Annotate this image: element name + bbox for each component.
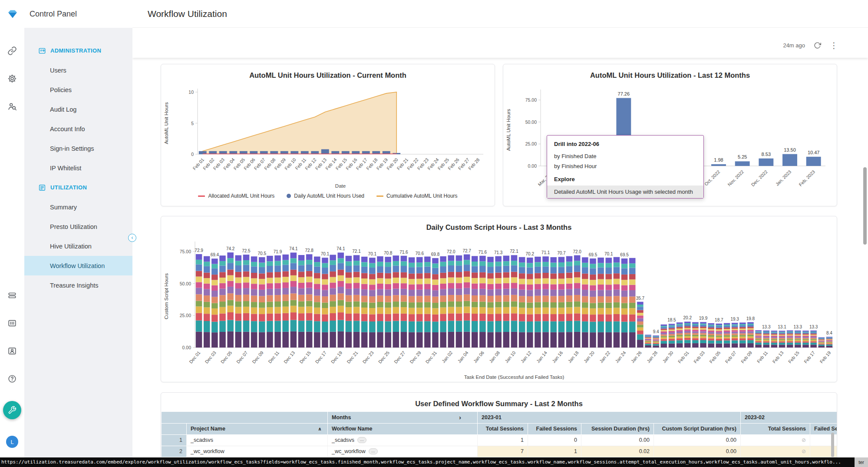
stacked-bar-segment[interactable] (337, 300, 344, 306)
stacked-bar-segment[interactable] (487, 314, 494, 321)
stacked-bar-segment[interactable] (377, 302, 383, 308)
stacked-bar-segment[interactable] (747, 335, 754, 337)
stacked-bar-segment[interactable] (346, 301, 352, 307)
stacked-bar-segment[interactable] (700, 333, 706, 335)
stacked-bar-segment[interactable] (330, 307, 336, 313)
stacked-bar-segment[interactable] (629, 308, 636, 314)
stacked-bar-segment[interactable] (306, 282, 313, 288)
stacked-bar-segment[interactable] (716, 344, 723, 348)
stacked-bar-segment[interactable] (661, 328, 667, 330)
stacked-bar-segment[interactable] (274, 307, 281, 314)
stacked-bar-segment[interactable] (361, 308, 368, 314)
stacked-bar-segment[interactable] (377, 332, 383, 348)
stacked-bar-segment[interactable] (700, 335, 706, 337)
stacked-bar-segment[interactable] (606, 303, 612, 308)
stacked-bar-segment[interactable] (558, 267, 565, 273)
stacked-bar-segment[interactable] (653, 340, 659, 341)
stacked-bar-segment[interactable] (267, 321, 273, 332)
stacked-bar-segment[interactable] (416, 273, 423, 278)
stacked-bar-segment[interactable] (661, 331, 667, 333)
stacked-bar-segment[interactable] (637, 340, 644, 348)
stacked-bar-segment[interactable] (511, 295, 518, 301)
stacked-bar-segment[interactable] (574, 332, 581, 348)
stacked-bar-segment[interactable] (211, 308, 218, 315)
stacked-bar-segment[interactable] (826, 337, 833, 337)
stacked-bar-segment[interactable] (314, 302, 320, 308)
stacked-bar-segment[interactable] (337, 263, 344, 269)
stacked-bar-segment[interactable] (574, 278, 581, 283)
stacked-bar-segment[interactable] (550, 302, 557, 308)
stacked-bar-segment[interactable] (818, 340, 825, 341)
stacked-bar-segment[interactable] (542, 314, 549, 321)
stacked-bar-segment[interactable] (574, 288, 581, 295)
stacked-bar-segment[interactable] (456, 314, 462, 321)
stacked-bar-segment[interactable] (810, 335, 817, 335)
stacked-bar-segment[interactable] (314, 284, 320, 289)
stacked-bar-segment[interactable] (337, 287, 344, 293)
stacked-bar-segment[interactable] (424, 257, 431, 262)
stacked-bar-segment[interactable] (472, 295, 478, 302)
stacked-bar-segment[interactable] (732, 340, 738, 343)
stacked-bar-segment[interactable] (771, 336, 778, 337)
stacked-bar-segment[interactable] (219, 283, 226, 289)
stacked-bar-segment[interactable] (503, 314, 510, 321)
stacked-bar-segment[interactable] (353, 301, 360, 307)
stacked-bar-segment[interactable] (487, 284, 494, 290)
stacked-bar-segment[interactable] (204, 295, 210, 302)
stacked-bar-segment[interactable] (416, 262, 423, 267)
month-bar[interactable] (782, 154, 797, 166)
stacked-bar-segment[interactable] (219, 321, 226, 332)
stacked-bar-segment[interactable] (716, 339, 723, 341)
stacked-bar-segment[interactable] (298, 307, 305, 313)
stacked-bar-segment[interactable] (472, 284, 478, 289)
stacked-bar-segment[interactable] (614, 267, 620, 274)
stacked-bar-segment[interactable] (787, 344, 793, 348)
stacked-bar-segment[interactable] (566, 289, 573, 295)
stacked-bar-segment[interactable] (590, 297, 596, 303)
stacked-bar-segment[interactable] (700, 324, 706, 325)
stacked-bar-segment[interactable] (614, 296, 620, 302)
stacked-bar-segment[interactable] (393, 278, 399, 283)
stacked-bar-segment[interactable] (251, 308, 257, 314)
stacked-bar-segment[interactable] (558, 308, 565, 314)
stacked-bar-segment[interactable] (211, 280, 218, 285)
stacked-bar-segment[interactable] (795, 331, 801, 331)
stacked-bar-segment[interactable] (243, 307, 250, 313)
stacked-bar-segment[interactable] (337, 331, 344, 348)
stacked-bar-segment[interactable] (330, 265, 336, 272)
stacked-bar-segment[interactable] (574, 265, 581, 272)
stacked-bar-segment[interactable] (314, 321, 320, 332)
stacked-bar-segment[interactable] (826, 339, 833, 339)
stacked-bar-segment[interactable] (606, 268, 612, 274)
stacked-bar-segment[interactable] (739, 331, 746, 333)
stacked-bar-segment[interactable] (377, 295, 383, 302)
stacked-bar-segment[interactable] (692, 343, 699, 348)
stacked-bar-segment[interactable] (204, 278, 210, 284)
stacked-bar-segment[interactable] (456, 295, 462, 301)
stacked-bar-segment[interactable] (432, 297, 439, 303)
stacked-bar-segment[interactable] (535, 278, 541, 284)
stacked-bar-segment[interactable] (826, 338, 833, 339)
stacked-bar-segment[interactable] (409, 290, 415, 296)
stacked-bar-segment[interactable] (456, 301, 462, 307)
stacked-bar-segment[interactable] (708, 329, 714, 330)
stacked-bar-segment[interactable] (550, 263, 557, 267)
stacked-bar-segment[interactable] (330, 272, 336, 277)
stacked-bar-segment[interactable] (432, 274, 439, 279)
stacked-bar-segment[interactable] (566, 314, 573, 321)
stacked-bar-segment[interactable] (810, 336, 817, 337)
legend-item[interactable]: Daily AutoML Unit Hours Used (287, 193, 364, 199)
stacked-bar-segment[interactable] (440, 262, 446, 267)
stacked-bar-segment[interactable] (377, 289, 383, 296)
stacked-bar-segment[interactable] (487, 289, 494, 296)
stacked-bar-segment[interactable] (290, 287, 297, 293)
stacked-bar-segment[interactable] (353, 295, 360, 301)
sidebar-collapse-button[interactable]: ‹ (128, 234, 136, 242)
stacked-bar-segment[interactable] (582, 321, 588, 332)
stacked-bar-segment[interactable] (779, 341, 785, 343)
stacked-bar-segment[interactable] (629, 303, 636, 308)
stacked-bar-segment[interactable] (243, 332, 250, 348)
stacked-bar-segment[interactable] (243, 301, 250, 307)
stacked-bar-segment[interactable] (409, 267, 415, 274)
stacked-bar-segment[interactable] (330, 282, 336, 288)
